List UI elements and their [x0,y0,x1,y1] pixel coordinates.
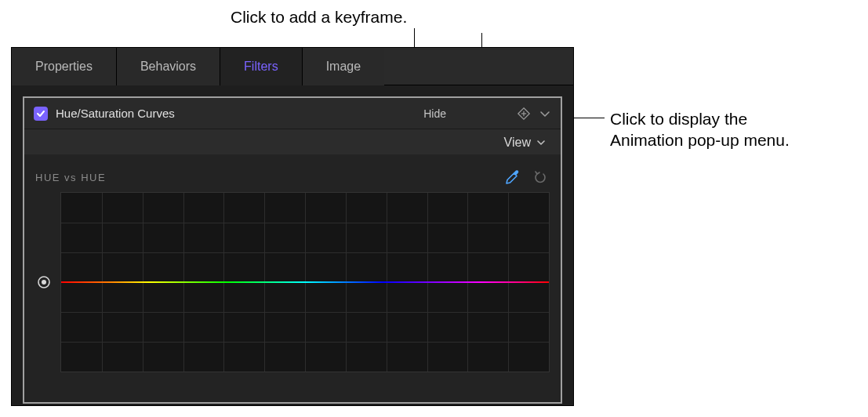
filter-section: Hue/Saturation Curves Hide View [23,96,562,404]
leader-line [414,28,415,49]
curve-control-point-icon[interactable] [37,275,51,289]
animation-menu-chevron-icon[interactable] [539,107,551,120]
callout-keyframe-text: Click to add a keyframe. [231,6,407,27]
add-keyframe-icon[interactable] [517,107,531,121]
grid-line [61,223,549,223]
reset-icon[interactable] [532,169,548,185]
grid-line [61,312,549,313]
filter-title: Hue/Saturation Curves [56,107,423,120]
callout-animation-menu-text: Click to display the Animation pop-up me… [610,108,790,151]
section-header: HUE vs HUE [35,169,550,186]
curve-grid[interactable] [60,192,550,372]
tab-filters[interactable]: Filters [220,48,303,85]
filter-enable-checkbox[interactable] [34,107,48,121]
view-dropdown-label[interactable]: View [504,136,531,150]
tab-bar: Properties Behaviors Filters Image [12,48,573,85]
checkmark-icon [36,109,45,118]
section-title: HUE vs HUE [35,172,504,183]
tab-behaviors[interactable]: Behaviors [117,48,220,85]
filter-header: Hue/Saturation Curves Hide [24,98,561,129]
tab-properties[interactable]: Properties [12,48,117,85]
chevron-down-icon[interactable] [536,137,547,148]
tab-image[interactable]: Image [303,48,384,85]
eyedropper-icon[interactable] [504,169,521,186]
curves-area [35,192,550,372]
grid-line [61,252,549,253]
view-row: View [24,129,561,154]
grid-line [61,342,549,343]
inspector-panel: Properties Behaviors Filters Image Hue/S… [11,47,574,406]
hue-vs-hue-section: HUE vs HUE [24,154,561,372]
hide-button[interactable]: Hide [423,107,446,120]
header-icons [517,107,551,121]
svg-point-3 [42,280,46,285]
hue-curve-line[interactable] [61,281,549,283]
